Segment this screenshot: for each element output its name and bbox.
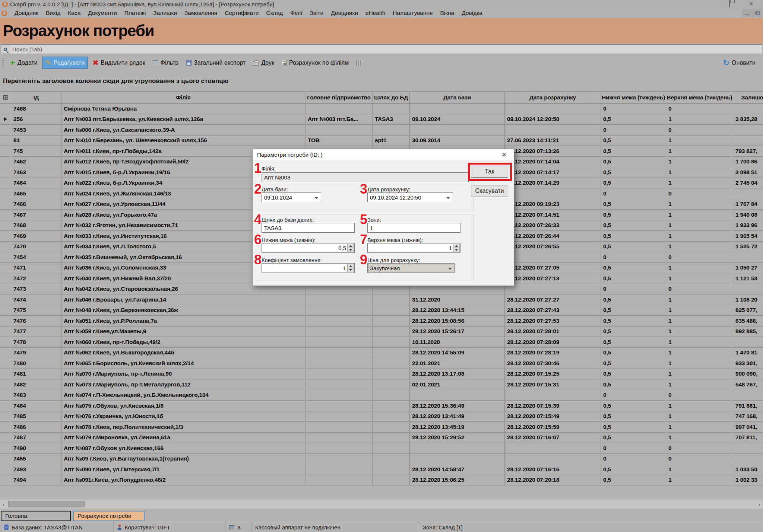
table-row[interactable]: 7482Апт №073 г.Мариуполь, пр-т.Металлург… <box>0 379 763 390</box>
column-header-3[interactable]: Головне підприємство <box>305 92 373 103</box>
db-path-field[interactable]: TASA3 <box>262 223 355 233</box>
minimize-button[interactable] <box>705 1 711 7</box>
table-row[interactable]: 7475Апт №048 г.Киев, ул.Березняковская,3… <box>0 305 763 316</box>
toolbar-button-Розрахунок по філіям[interactable]: Розрахунок по філіям <box>279 58 352 68</box>
search-row: Поиск (Tab) <box>0 44 763 55</box>
table-row[interactable]: 7494Апт №091г.Киев, ул.Попудренко,46/228… <box>0 475 763 486</box>
chevron-down-icon[interactable] <box>448 268 452 270</box>
dialog-close-icon[interactable]: × <box>499 150 509 159</box>
menu-item-замовлення[interactable]: Замовлення <box>181 9 221 17</box>
spin-up-icon[interactable] <box>347 264 354 268</box>
table-row[interactable]: 81Апт №010 г.Березань, ул. Шевченковский… <box>0 136 763 146</box>
cell-Дата-бази: 22.01.2021 <box>410 358 505 369</box>
group-by-bar[interactable]: Перетягніть заголовок колонки сюди для у… <box>0 71 763 91</box>
toolbar-button-Додати[interactable]: +Додати <box>7 58 41 68</box>
spin-up-icon[interactable] <box>347 244 354 248</box>
refresh-button[interactable]: ↻ Оновити <box>720 58 759 68</box>
menu-item-довідник[interactable]: Довідник <box>11 9 42 17</box>
menu-item-налаштування[interactable]: Налаштування <box>389 9 436 17</box>
spin-down-icon[interactable] <box>347 268 354 272</box>
spin-down-icon[interactable] <box>347 248 354 252</box>
table-row[interactable]: 256Апт №003 пгт.Барышевка, ул.Киевский ш… <box>0 114 763 125</box>
spin-up-icon[interactable] <box>453 244 460 248</box>
table-row[interactable]: 7484Апт №075 г.Обухов, ул.Киевская,1/828… <box>0 401 763 411</box>
spin-down-icon[interactable] <box>453 248 460 252</box>
table-row[interactable]: 7493Апт №090 г.Киев, ул.Питерская,7/128.… <box>0 464 763 475</box>
table-row[interactable]: 7490Апт №087 г.Обухов ул.Киевская,16600 <box>0 443 763 454</box>
tab-golovna[interactable]: Головна <box>1 511 71 521</box>
mdi-minimize-button[interactable] <box>742 9 752 17</box>
upper-limit-stepper[interactable]: 1 <box>367 243 460 253</box>
order-coef-stepper[interactable]: 1 <box>262 263 355 273</box>
scroll-left-icon[interactable]: ‹ <box>0 500 7 509</box>
menu-item-вікна[interactable]: Вікна <box>436 9 458 17</box>
tab-rozrahunok-potreby[interactable]: Розрахунок потреби <box>73 511 145 521</box>
menu-item-ehealth[interactable]: eHealth <box>362 9 389 17</box>
menu-item-документи[interactable]: Документи <box>84 9 120 17</box>
table-row[interactable]: 7485Апт №076 г.Украинка, ул.Юности,1б28.… <box>0 411 763 422</box>
table-row[interactable]: 7483Апт №074 г.П-Хмельницкий, ул.Б.Хмель… <box>0 390 763 401</box>
price-type-combobox[interactable]: Закупочная <box>367 263 455 273</box>
search-button[interactable] <box>1 45 10 54</box>
cell-Головне-підприємство <box>305 390 373 401</box>
toolbar-button-Загальний експорт[interactable]: Загальний експорт <box>183 58 248 68</box>
scrollbar-thumb[interactable] <box>8 501 85 507</box>
close-button[interactable]: × <box>748 1 754 7</box>
toolbar-button-Фільтр[interactable]: Фільтр <box>150 58 181 68</box>
table-row[interactable]: 7480Апт №065 г.Борисполь, ул.Киевский шл… <box>0 358 763 369</box>
cancel-button[interactable]: Скасувати <box>471 185 508 197</box>
column-header-4[interactable]: Шлях до БД <box>373 92 410 103</box>
cell-Філія: Апт №010 г.Березань, ул. Шевченковский ш… <box>61 136 305 146</box>
menu-item-платежі[interactable]: Платежі <box>121 9 150 17</box>
scroll-right-icon[interactable]: › <box>756 500 763 509</box>
menu-item-сертифікати[interactable]: Сертифікати <box>221 9 262 17</box>
column-header-5[interactable]: Дата бази <box>410 92 505 103</box>
column-header-1[interactable]: ІД <box>11 92 61 103</box>
date-base-combobox[interactable]: 09.10.2024 <box>262 192 321 202</box>
table-row[interactable]: 7486Апт №078 г.Киев, пер.Политехнический… <box>0 422 763 433</box>
column-header-2[interactable]: Філія <box>61 92 305 103</box>
cell-ІД: 7463 <box>11 167 61 178</box>
column-header-8[interactable]: Верхня межа (тиждень) <box>666 92 733 103</box>
column-header-6[interactable]: Дата розрахунку <box>505 92 601 103</box>
menu-item-звіти[interactable]: Звіти <box>306 9 327 17</box>
horizontal-scrollbar[interactable]: ‹ › <box>0 500 763 509</box>
lower-limit-stepper[interactable]: 0,5 <box>262 243 355 253</box>
table-row[interactable]: 7478Апт №060 г.Киев, пр-т.Победы,49/210.… <box>0 337 763 348</box>
table-row[interactable]: 7487Апт №079 г.Мироновка, ул.Ленина,61а2… <box>0 433 763 443</box>
chevron-down-icon[interactable] <box>314 197 318 199</box>
menu-item-філії[interactable]: Філії <box>286 9 306 17</box>
toolbar-button-Друк[interactable]: Друк <box>250 58 277 68</box>
table-row[interactable]: 7481Апт №070 г.Мариуполь, пр-т.Ленина,90… <box>0 369 763 380</box>
table-row[interactable]: 7476Апт №051 г.Киев, ул.Р.Роллана,7а28.1… <box>0 316 763 326</box>
filia-field[interactable]: Апт №003 <box>262 172 469 182</box>
zones-field[interactable]: 1 <box>367 223 460 233</box>
table-row[interactable]: 7455Апт №09 г.Киев, ул.Баггаутовская,1(т… <box>0 454 763 465</box>
column-header-9[interactable]: Залишок ( <box>733 92 763 103</box>
toolbar-button-columns[interactable] <box>353 59 364 67</box>
toolbar-button-Редагувати[interactable]: ✎Редагувати <box>42 57 88 69</box>
column-header-7[interactable]: Нижня межа (тиждень) <box>601 92 666 103</box>
toolbar-grip[interactable] <box>2 58 4 68</box>
menu-item-вихід[interactable]: Вихід <box>42 9 64 17</box>
date-calc-combobox[interactable]: 09.10.2024 12:20:50 <box>367 192 453 202</box>
table-row[interactable]: 7477Апт №059 г.Киев,ул.Мазепы,928.12.202… <box>0 326 763 337</box>
search-input[interactable]: Поиск (Tab) <box>1 44 762 54</box>
menu-item-склад[interactable]: Склад <box>262 9 286 17</box>
mdi-restore-button[interactable] <box>752 9 762 17</box>
table-row[interactable]: 7488Смірнова Тетяна Юрьївна00 <box>0 103 763 114</box>
table-row[interactable]: 7474Апт №046 г.Бровары, ул.Гагарина,1431… <box>0 294 763 305</box>
menu-item-залишки[interactable]: Залишки <box>149 9 181 17</box>
status-text: Зона: Склад [1] <box>423 524 463 531</box>
table-row[interactable]: 7453Апт №006 г.Киев, ул.Саксаганского,39… <box>0 125 763 136</box>
toolbar-button-Видалити рядок[interactable]: ✖Видалити рядок <box>89 57 148 69</box>
row-gutter <box>0 210 11 220</box>
menu-item-каса[interactable]: Каса <box>64 9 84 17</box>
ok-button[interactable]: Так <box>471 166 508 178</box>
menu-item-довідка[interactable]: Довідка <box>458 9 486 17</box>
chevron-down-icon[interactable] <box>446 197 450 199</box>
table-row[interactable]: 7479Апт №062 г.Киев, ул.Вышгородская,44б… <box>0 348 763 359</box>
menu-item-довідники[interactable]: Довідники <box>327 9 362 17</box>
dialog-titlebar[interactable]: Параметри потреби (ID: ) × <box>253 149 514 160</box>
restore-button[interactable] <box>726 1 732 7</box>
